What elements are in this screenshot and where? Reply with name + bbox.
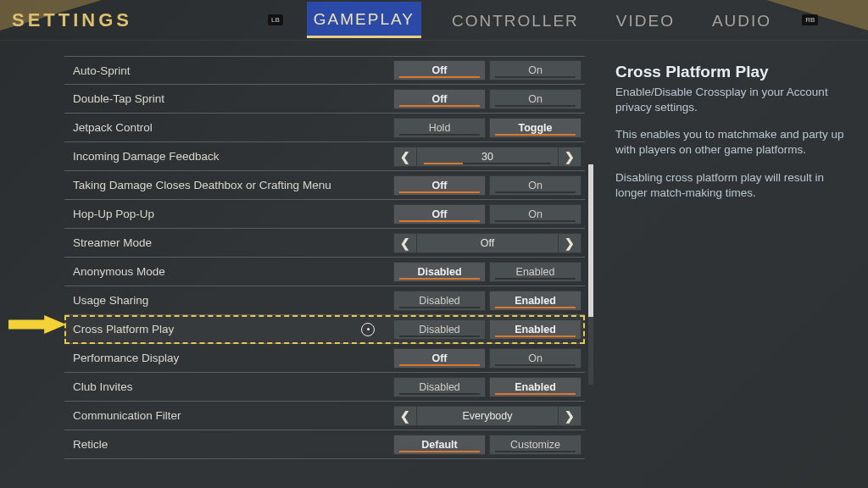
- option-button[interactable]: Default: [393, 435, 486, 455]
- setting-controls: ❮Everybody❯: [393, 406, 585, 426]
- option-button[interactable]: Disabled: [393, 262, 486, 282]
- detail-text-3: Disabling cross platform play will resul…: [615, 170, 848, 201]
- stepper-value: 30: [417, 147, 558, 167]
- setting-row[interactable]: Usage SharingDisabledEnabled: [64, 286, 585, 315]
- option-button[interactable]: Off: [393, 175, 486, 196]
- setting-controls: OffOn: [393, 204, 585, 225]
- setting-row[interactable]: Auto-SprintOffOn: [64, 56, 585, 85]
- option-button[interactable]: Off: [393, 89, 486, 109]
- setting-controls: DisabledEnabled: [393, 262, 585, 282]
- setting-label: Club Invites: [64, 380, 393, 393]
- bumper-right-icon: RB: [802, 14, 818, 25]
- tab-strip: LB GAMEPLAY CONTROLLER VIDEO AUDIO RB: [268, 0, 818, 40]
- option-button[interactable]: On: [489, 89, 581, 109]
- option-button[interactable]: Enabled: [489, 291, 581, 311]
- setting-label: Double-Tap Sprint: [64, 92, 393, 105]
- settings-list: Auto-SprintOffOnDouble-Tap SprintOffOnJe…: [64, 56, 585, 471]
- option-button[interactable]: On: [489, 175, 581, 196]
- setting-controls: ❮Off❯: [393, 233, 585, 253]
- option-button[interactable]: Off: [393, 204, 486, 225]
- option-button[interactable]: Disabled: [393, 319, 486, 340]
- chevron-right-icon[interactable]: ❯: [558, 406, 581, 426]
- setting-label: Taking Damage Closes Deathbox or Craftin…: [64, 179, 393, 191]
- setting-row[interactable]: Hop-Up Pop-UpOffOn: [64, 200, 585, 229]
- setting-row[interactable]: Cross Platform PlayDisabledEnabled: [64, 315, 585, 344]
- setting-row[interactable]: Incoming Damage Feedback❮30❯: [64, 142, 585, 171]
- setting-row[interactable]: Anonymous ModeDisabledEnabled: [64, 258, 585, 286]
- setting-label: Performance Display: [64, 352, 393, 364]
- detail-text-1: Enable/Disable Crossplay in your Account…: [615, 85, 848, 115]
- chevron-left-icon[interactable]: ❮: [393, 233, 417, 253]
- option-button[interactable]: On: [489, 204, 581, 225]
- option-button[interactable]: Toggle: [489, 118, 581, 138]
- setting-row[interactable]: Performance DisplayOffOn: [64, 344, 585, 373]
- chevron-right-icon[interactable]: ❯: [558, 233, 581, 253]
- chevron-left-icon[interactable]: ❮: [393, 147, 417, 167]
- setting-controls: DisabledEnabled: [393, 319, 585, 340]
- option-button[interactable]: Enabled: [489, 377, 581, 397]
- option-button[interactable]: Disabled: [393, 377, 486, 397]
- setting-controls: OffOn: [393, 60, 585, 80]
- stepper-value: Off: [417, 233, 558, 253]
- cursor-icon: [361, 323, 375, 336]
- setting-row[interactable]: Communication Filter❮Everybody❯: [64, 402, 585, 430]
- tab-video[interactable]: VIDEO: [609, 3, 682, 37]
- setting-label: Hop-Up Pop-Up: [64, 208, 393, 220]
- detail-title: Cross Platform Play: [615, 61, 848, 83]
- bumper-left-icon: LB: [268, 14, 283, 25]
- option-button[interactable]: Customize: [489, 435, 581, 455]
- setting-label: Auto-Sprint: [64, 64, 393, 77]
- setting-row[interactable]: Double-Tap SprintOffOn: [64, 85, 585, 114]
- option-button[interactable]: On: [489, 60, 581, 80]
- callout-arrow: [0, 312, 66, 337]
- chevron-left-icon[interactable]: ❮: [393, 406, 417, 426]
- setting-row[interactable]: Club InvitesDisabledEnabled: [64, 373, 585, 402]
- setting-controls: DisabledEnabled: [393, 377, 585, 397]
- page-title: SETTINGS: [12, 9, 132, 31]
- tab-controller[interactable]: CONTROLLER: [445, 3, 586, 37]
- scrollbar-thumb[interactable]: [588, 164, 593, 317]
- setting-controls: DefaultCustomize: [393, 435, 585, 455]
- setting-label: Communication Filter: [64, 409, 393, 422]
- option-button[interactable]: Off: [393, 60, 486, 80]
- stepper-value: Everybody: [417, 406, 558, 426]
- setting-controls: DisabledEnabled: [393, 291, 585, 311]
- setting-label: Cross Platform Play: [64, 323, 361, 336]
- tab-audio[interactable]: AUDIO: [705, 3, 778, 37]
- setting-label: Jetpack Control: [64, 121, 393, 134]
- chevron-right-icon[interactable]: ❯: [558, 147, 581, 167]
- option-button[interactable]: Off: [393, 348, 486, 369]
- setting-controls: OffOn: [393, 348, 585, 369]
- arrow-icon: [8, 315, 66, 334]
- tab-gameplay[interactable]: GAMEPLAY: [307, 2, 421, 38]
- scrollbar-track[interactable]: [588, 164, 593, 385]
- setting-controls: HoldToggle: [393, 118, 585, 138]
- detail-text-2: This enables you to matchmake and party …: [615, 127, 848, 158]
- option-button[interactable]: Enabled: [489, 262, 581, 282]
- setting-label: Anonymous Mode: [64, 265, 393, 278]
- setting-row[interactable]: Taking Damage Closes Deathbox or Craftin…: [64, 171, 585, 200]
- header-bar: SETTINGS LB GAMEPLAY CONTROLLER VIDEO AU…: [0, 0, 868, 41]
- option-button[interactable]: Hold: [393, 118, 486, 138]
- setting-label: Usage Sharing: [64, 294, 393, 307]
- setting-label: Reticle: [64, 438, 393, 451]
- setting-controls: ❮30❯: [393, 147, 585, 167]
- option-button[interactable]: Disabled: [393, 291, 486, 311]
- setting-label: Streamer Mode: [64, 236, 393, 249]
- option-button[interactable]: Enabled: [489, 319, 581, 340]
- setting-controls: OffOn: [393, 89, 585, 109]
- setting-row[interactable]: Jetpack ControlHoldToggle: [64, 114, 585, 142]
- setting-controls: OffOn: [393, 175, 585, 196]
- option-button[interactable]: On: [489, 348, 581, 369]
- setting-label: Incoming Damage Feedback: [64, 150, 393, 163]
- setting-row[interactable]: Streamer Mode❮Off❯: [64, 229, 585, 258]
- setting-row[interactable]: ReticleDefaultCustomize: [64, 430, 585, 459]
- detail-panel: Cross Platform Play Enable/Disable Cross…: [610, 41, 868, 471]
